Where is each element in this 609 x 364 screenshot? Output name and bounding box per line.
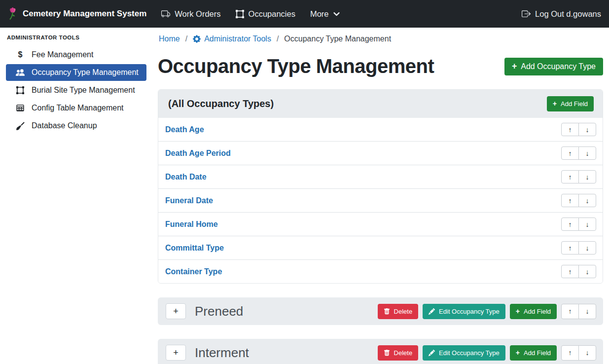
move-up-button[interactable]: ↑ [561,170,579,183]
section-title: Interment [195,345,249,361]
nav-more[interactable]: More [310,9,340,19]
move-down-button[interactable]: ↓ [578,123,596,136]
move-down-button[interactable]: ↓ [578,241,596,255]
field-link-death-date[interactable]: Death Date [165,173,207,182]
expand-button[interactable]: + [166,345,186,361]
chevron-down-icon [333,11,340,17]
reorder-buttons: ↑ ↓ [561,146,596,160]
add-field-button[interactable]: + Add Field [547,96,594,111]
pencil-icon [429,308,435,315]
move-up-button[interactable]: ↑ [561,241,579,255]
trash-icon [384,308,390,315]
dollar-icon: $ [15,51,25,59]
page-title: Occupancy Type Management [158,55,434,77]
occupancy-type-section-interment: + Interment Delete Edit Occupancy Type + [158,339,603,364]
sidebar-item-fee-management[interactable]: $ Fee Management [6,46,146,63]
move-up-button[interactable]: ↑ [561,146,579,160]
add-field-label: Add Field [561,100,588,108]
move-down-button[interactable]: ↓ [578,194,596,207]
reorder-buttons: ↑ ↓ [561,304,596,319]
add-field-label: Add Field [524,349,551,357]
logout-icon [522,9,531,18]
field-row: Container Type ↑ ↓ [158,260,603,283]
add-field-button[interactable]: + Add Field [510,345,557,361]
move-down-button[interactable]: ↓ [578,218,596,231]
field-link-death-age-period[interactable]: Death Age Period [165,149,231,158]
plus-icon: + [516,350,520,356]
edit-occupancy-type-button[interactable]: Edit Occupancy Type [423,304,505,319]
sidebar-item-burial-site-type-management[interactable]: Burial Site Type Management [6,82,146,99]
pencil-icon [429,350,435,356]
sidebar: Administrator Tools $ Fee Management Occ… [0,28,152,364]
sidebar-item-label: Burial Site Type Management [32,86,135,95]
navbar-menu: Work Orders Occupancies More [161,9,339,19]
sidebar-header: Administrator Tools [6,34,146,46]
field-row: Funeral Date ↑ ↓ [158,189,603,213]
nav-occupancies[interactable]: Occupancies [236,9,295,19]
field-link-funeral-date[interactable]: Funeral Date [165,196,213,205]
breadcrumb-admin-tools-label: Administrator Tools [204,35,271,43]
field-row: Death Age Period ↑ ↓ [158,142,603,165]
field-link-container-type[interactable]: Container Type [165,267,222,276]
section-actions: Delete Edit Occupancy Type + Add Field ↑… [378,304,596,319]
breadcrumb-separator: / [277,35,279,43]
field-link-death-age[interactable]: Death Age [165,125,204,134]
reorder-buttons: ↑ ↓ [561,123,596,136]
sidebar-item-database-cleanup[interactable]: Database Cleanup [6,117,146,134]
logout-button[interactable]: Log Out d.gowans [522,9,601,19]
plus-icon: + [512,63,517,71]
plus-icon: + [516,308,520,315]
delete-label: Delete [394,308,413,315]
delete-label: Delete [394,349,413,357]
add-field-label: Add Field [524,308,551,315]
delete-button[interactable]: Delete [378,345,419,361]
truck-icon [161,9,170,18]
reorder-buttons: ↑ ↓ [561,241,596,255]
move-down-button[interactable]: ↓ [578,304,596,319]
field-link-funeral-home[interactable]: Funeral Home [165,220,218,229]
reorder-buttons: ↑ ↓ [561,194,596,207]
app-title: Cemetery Management System [23,9,146,19]
expand-button[interactable]: + [166,303,186,319]
delete-button[interactable]: Delete [378,304,419,319]
breadcrumb-home-link[interactable]: Home [159,35,180,43]
add-occupancy-type-label: Add Occupancy Type [521,62,596,71]
sidebar-item-label: Occupancy Type Management [32,68,139,77]
move-up-button[interactable]: ↑ [561,194,579,207]
edit-occupancy-type-label: Edit Occupancy Type [439,308,500,315]
field-row: Funeral Home ↑ ↓ [158,213,603,236]
move-down-button[interactable]: ↓ [578,265,596,278]
field-row: Death Age ↑ ↓ [158,118,603,142]
field-link-committal-type[interactable]: Committal Type [165,244,224,253]
add-field-button[interactable]: + Add Field [510,304,557,319]
edit-occupancy-type-button[interactable]: Edit Occupancy Type [423,345,505,361]
move-down-button[interactable]: ↓ [578,146,596,160]
breadcrumb-admin-tools-link[interactable]: Administrator Tools [193,35,271,43]
reorder-buttons: ↑ ↓ [561,345,596,361]
move-up-button[interactable]: ↑ [561,218,579,231]
plus-icon: + [553,101,557,107]
sidebar-item-label: Fee Management [32,50,93,59]
nav-occupancies-label: Occupancies [249,9,295,19]
move-up-button[interactable]: ↑ [561,123,579,136]
section-actions: Delete Edit Occupancy Type + Add Field ↑… [378,345,596,361]
add-occupancy-type-button[interactable]: + Add Occupancy Type [504,58,603,75]
sidebar-item-occupancy-type-management[interactable]: Occupancy Type Management [6,64,146,81]
app-brand[interactable]: Cemetery Management System [7,7,146,21]
main-content: Home / Administrator Tools / Occupancy T… [152,28,609,364]
move-up-button[interactable]: ↑ [561,345,579,361]
broom-icon [15,122,25,130]
nav-work-orders-label: Work Orders [175,9,220,19]
nav-work-orders[interactable]: Work Orders [161,9,220,19]
move-down-button[interactable]: ↓ [578,170,596,183]
move-up-button[interactable]: ↑ [561,265,579,278]
move-up-button[interactable]: ↑ [561,304,579,319]
trash-icon [384,350,390,356]
move-down-button[interactable]: ↓ [578,345,596,361]
field-row: Death Date ↑ ↓ [158,165,603,189]
sidebar-item-config-table-management[interactable]: Config Table Management [6,100,146,116]
table-icon [15,104,25,112]
occupancy-type-section-preneed: + Preneed Delete Edit Occupancy Type + [158,297,603,325]
all-occupancy-types-title: (All Occupancy Types) [168,98,274,109]
breadcrumb: Home / Administrator Tools / Occupancy T… [158,35,603,43]
